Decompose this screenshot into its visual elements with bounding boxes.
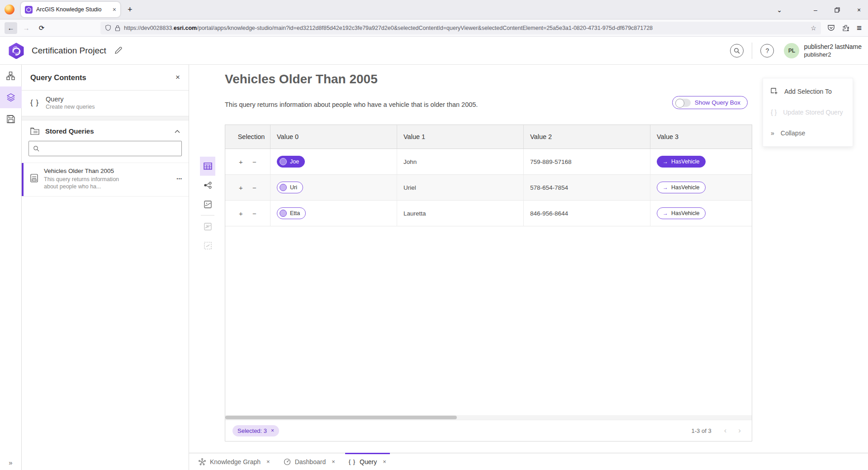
tab-query[interactable]: { } Query ×: [342, 453, 393, 470]
close-tab-icon[interactable]: ×: [332, 458, 335, 465]
new-query-item[interactable]: { } Query Create new queries: [22, 91, 189, 116]
relationship-pill[interactable]: →HasVehicle: [657, 182, 706, 193]
avatar[interactable]: PL: [784, 43, 799, 58]
shield-icon[interactable]: [105, 24, 111, 31]
item-options-icon[interactable]: •••: [177, 177, 182, 181]
page-range: 1-3 of 3: [692, 427, 711, 434]
table-row[interactable]: + − Joe John 759-889-57168 →HasVehicle: [225, 149, 752, 175]
next-page-icon[interactable]: ›: [738, 426, 741, 435]
collapse-section-chevron-icon[interactable]: [175, 129, 180, 133]
table-header-row: Selection Value 0 Value 1 Value 2 Value …: [225, 125, 752, 149]
column-header-value2[interactable]: Value 2: [524, 125, 650, 149]
reload-button[interactable]: ⟳: [35, 22, 48, 34]
cell-value1[interactable]: Lauretta: [397, 201, 524, 226]
close-tab-icon[interactable]: ×: [383, 458, 386, 465]
new-tab-icon[interactable]: +: [128, 5, 133, 14]
horizontal-scrollbar[interactable]: [225, 415, 752, 420]
cell-value1[interactable]: John: [397, 149, 524, 174]
data-model-tree-icon[interactable]: [0, 65, 22, 86]
previous-page-icon[interactable]: ‹: [724, 426, 727, 435]
selection-context-menu: Add Selection To { } Update Stored Query…: [763, 78, 853, 147]
column-header-value0[interactable]: Value 0: [270, 125, 397, 149]
relationship-pill[interactable]: →HasVehicle: [657, 207, 706, 219]
expand-rail-icon[interactable]: »: [9, 459, 12, 466]
browser-tab[interactable]: ArcGIS Knowledge Studio ×: [21, 2, 120, 17]
tab-list-chevron-icon[interactable]: ⌄: [770, 0, 788, 19]
column-header-selection[interactable]: Selection: [225, 125, 270, 149]
panel-close-icon[interactable]: ×: [175, 73, 180, 82]
edit-title-icon[interactable]: [114, 47, 122, 54]
stored-query-list-item[interactable]: Vehicles Older Than 2005 This query retu…: [22, 163, 189, 197]
table-row[interactable]: + − Etta Lauretta 846-956-8644 →HasVehic…: [225, 201, 752, 226]
scrollbar-thumb[interactable]: [225, 416, 457, 419]
clear-selection-icon[interactable]: ×: [271, 427, 274, 434]
query-description: This query returns information about peo…: [225, 101, 478, 108]
window-restore-icon[interactable]: [828, 0, 846, 19]
remove-from-selection-icon[interactable]: −: [251, 184, 258, 192]
entity-pill[interactable]: Joe: [277, 156, 305, 168]
user-name-block[interactable]: publisher2 lastName publisher2: [804, 43, 862, 58]
save-icon[interactable]: [0, 108, 22, 130]
show-query-box-toggle[interactable]: Show Query Box: [672, 96, 748, 109]
link-chart-view-button[interactable]: [200, 176, 215, 195]
forward-button[interactable]: →: [20, 22, 33, 34]
bookmark-star-icon[interactable]: ☆: [811, 24, 816, 32]
menu-item-update-stored-query[interactable]: { } Update Stored Query: [763, 102, 853, 123]
search-input[interactable]: [43, 145, 177, 152]
url-text[interactable]: https://dev0028833.esri.com/portal/apps/…: [124, 25, 807, 31]
back-button[interactable]: ←: [5, 22, 17, 34]
help-button[interactable]: ?: [760, 44, 774, 58]
selection-tools-button[interactable]: [200, 236, 215, 255]
query-item-title: Query: [46, 96, 95, 103]
folder-icon: [30, 127, 39, 135]
stored-queries-search[interactable]: [28, 141, 182, 156]
content-tabs-bar: Knowledge Graph × Dashboard × { } Query …: [189, 453, 868, 470]
map-view-button[interactable]: [200, 195, 215, 214]
remove-from-selection-icon[interactable]: −: [251, 210, 258, 217]
stored-queries-header[interactable]: Stored Queries: [22, 120, 189, 140]
add-to-selection-icon[interactable]: +: [237, 210, 245, 217]
window-minimize-icon[interactable]: –: [806, 0, 825, 19]
table-row[interactable]: + − Uri Uriel 578-654-7854 →HasVehicle: [225, 175, 752, 201]
app-header: Certification Project ? PL publisher2 la…: [0, 37, 868, 65]
entity-pill[interactable]: Uri: [277, 182, 303, 193]
close-tab-icon[interactable]: ×: [266, 458, 270, 465]
remove-from-selection-icon[interactable]: −: [251, 158, 258, 166]
cell-value1[interactable]: Uriel: [397, 175, 524, 200]
extensions-puzzle-icon[interactable]: [842, 24, 849, 32]
add-to-selection-icon[interactable]: +: [237, 184, 245, 192]
cell-value2[interactable]: 846-956-8644: [524, 201, 650, 226]
table-view-button[interactable]: [200, 157, 215, 176]
braces-icon: { }: [349, 458, 356, 465]
contents-layers-icon[interactable]: [0, 86, 22, 108]
new-map-button[interactable]: [200, 217, 215, 236]
tab-close-icon[interactable]: ×: [113, 6, 116, 13]
stored-query-description: This query returns information about peo…: [44, 176, 125, 190]
panel-title: Query Contents: [30, 73, 175, 82]
knowledge-studio-logo-icon: [8, 43, 24, 59]
browser-nav-bar: ← → ⟳ https://dev0028833.esri.com/portal…: [0, 19, 868, 37]
tab-dashboard[interactable]: Dashboard ×: [277, 453, 342, 470]
selected-count-chip[interactable]: Selected: 3 ×: [232, 425, 279, 436]
column-header-value3[interactable]: Value 3: [650, 125, 752, 149]
menu-item-add-selection-to[interactable]: Add Selection To: [763, 81, 853, 102]
query-viewer: Vehicles Older Than 2005 This query retu…: [189, 65, 868, 453]
add-to-selection-icon[interactable]: +: [237, 158, 245, 166]
window-close-icon[interactable]: ×: [850, 0, 868, 19]
url-bar[interactable]: https://dev0028833.esri.com/portal/apps/…: [100, 22, 821, 34]
toggle-switch[interactable]: [675, 99, 691, 107]
pocket-icon[interactable]: [827, 24, 835, 32]
column-header-value1[interactable]: Value 1: [397, 125, 524, 149]
menu-item-collapse[interactable]: » Collapse: [763, 123, 853, 144]
search-button[interactable]: [730, 44, 744, 58]
entity-dot-icon: [280, 158, 287, 165]
lock-icon[interactable]: [115, 25, 120, 31]
menu-hamburger-icon[interactable]: ≡: [857, 23, 862, 33]
firefox-icon[interactable]: [5, 5, 14, 14]
query-contents-panel: Query Contents × { } Query Create new qu…: [22, 65, 189, 470]
entity-pill[interactable]: Etta: [277, 207, 306, 219]
tab-knowledge-graph[interactable]: Knowledge Graph ×: [192, 453, 277, 470]
cell-value2[interactable]: 759-889-57168: [524, 149, 650, 174]
relationship-pill[interactable]: →HasVehicle: [657, 156, 706, 168]
cell-value2[interactable]: 578-654-7854: [524, 175, 650, 200]
